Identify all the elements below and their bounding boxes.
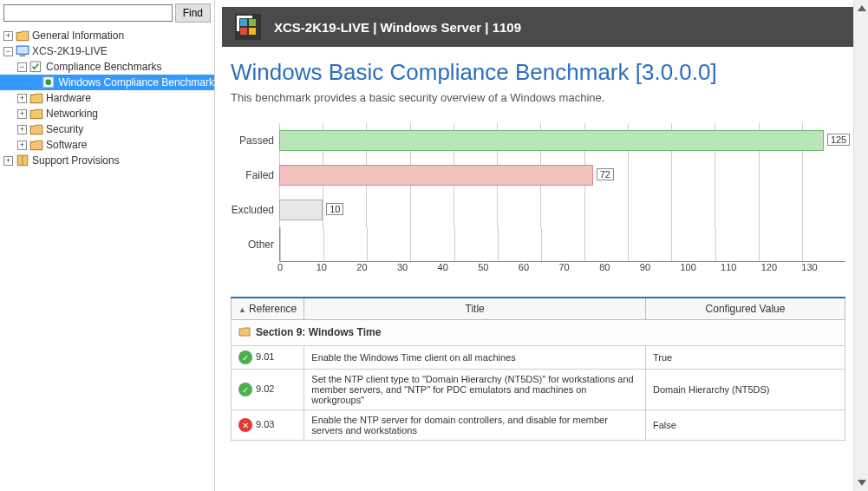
sidebar: Find + General Information − XCS-2K19-LI… [0, 0, 215, 491]
cell-value: Domain Hierarchy (NT5DS) [646, 370, 845, 410]
page-description: This benchmark provides a basic security… [231, 91, 845, 104]
chart-row-other: Other [231, 227, 845, 262]
svg-rect-0 [16, 46, 29, 54]
tree-label: General Information [32, 29, 124, 42]
tree-label: Compliance Benchmarks [46, 61, 161, 73]
folder-icon [29, 139, 43, 151]
chart-tick: 50 [478, 262, 519, 272]
chart-tick: 130 [801, 262, 842, 272]
svg-point-4 [45, 80, 51, 86]
chart-category-label: Excluded [231, 204, 279, 216]
cell-value: True [646, 346, 845, 370]
content-pane: XCS-2K19-LIVE | Windows Server | 1109 Wi… [215, 0, 868, 491]
cell-reference: ✓9.02 [232, 370, 304, 410]
col-reference[interactable]: Reference [232, 298, 304, 320]
table-row[interactable]: ✓9.02Set the NTP client type to "Domain … [232, 370, 845, 410]
svg-rect-8 [240, 19, 247, 26]
svg-rect-13 [237, 16, 252, 18]
chart-plot-area: 10 [279, 193, 845, 227]
chart-value-label: 72 [597, 168, 614, 180]
tree-item-general-information[interactable]: + General Information [0, 28, 214, 43]
cell-title: Set the NTP client type to "Domain Hiera… [304, 370, 646, 410]
chart-tick: 60 [519, 262, 559, 272]
expand-icon[interactable]: + [17, 141, 27, 150]
tree-label: XCS-2K19-LIVE [32, 45, 108, 57]
chart-bar [279, 200, 323, 220]
tree-item-windows-compliance-benchmark[interactable]: Windows Compliance Benchmark [0, 75, 214, 90]
tree-label: Security [46, 123, 83, 135]
chart-plot-area [279, 227, 845, 262]
section-title: Section 9: Windows Time [256, 326, 381, 338]
col-configured-value[interactable]: Configured Value [646, 298, 845, 320]
cell-value: False [646, 410, 845, 441]
expand-icon[interactable]: + [17, 125, 27, 134]
checklist-icon [29, 61, 43, 73]
cell-title: Enable the NTP server for domain control… [304, 410, 646, 441]
chart-tick: 10 [317, 262, 357, 272]
chart-tick: 80 [599, 262, 640, 272]
chart-row-passed: Passed125 [231, 123, 845, 158]
tree-item-software[interactable]: + Software [0, 137, 214, 153]
chart-category-label: Other [231, 239, 279, 251]
chart-category-label: Failed [231, 169, 279, 181]
scroll-down-icon[interactable] [858, 480, 866, 486]
chart-tick: 90 [640, 262, 681, 272]
tree-item-support-provisions[interactable]: + Support Provisions [0, 153, 214, 168]
titlebar-text: XCS-2K19-LIVE | Windows Server | 1109 [274, 20, 521, 35]
chart-category-label: Passed [231, 134, 279, 147]
chart-tick: 40 [438, 262, 479, 272]
status-pass-icon: ✓ [238, 350, 252, 364]
chart-value-label: 125 [827, 134, 850, 146]
status-fail-icon: ✕ [238, 418, 252, 432]
chart-tick: 120 [761, 262, 802, 272]
table-row[interactable]: ✓9.01Enable the Windows Time client on a… [232, 346, 845, 370]
expand-icon[interactable]: + [17, 109, 27, 119]
compliance-table: Reference Title Configured Value Section… [231, 297, 845, 441]
svg-rect-9 [249, 19, 256, 26]
collapse-icon[interactable]: − [3, 47, 13, 56]
chart-tick: 100 [680, 262, 721, 272]
col-title[interactable]: Title [304, 298, 646, 320]
book-icon [16, 154, 29, 167]
tree-label: Support Provisions [32, 154, 120, 167]
expand-icon[interactable]: + [17, 94, 27, 103]
chart-tick: 70 [558, 262, 599, 272]
chart-value-label: 10 [326, 203, 343, 215]
chart-tick: 20 [356, 262, 397, 272]
chart-x-axis: 0102030405060708090100110120130 [279, 262, 845, 272]
table-row[interactable]: ✕9.03Enable the NTP server for domain co… [232, 410, 845, 441]
search-row: Find [0, 0, 214, 26]
main-content: Windows Basic Compliance Benchmark [3.0.… [215, 47, 868, 491]
compliance-chart: Passed125Failed72Excluded10Other 0102030… [231, 123, 845, 272]
nav-tree: + General Information − XCS-2K19-LIVE − … [0, 26, 214, 491]
folder-icon [29, 92, 43, 104]
tree-item-machine[interactable]: − XCS-2K19-LIVE [0, 43, 214, 59]
folder-icon [29, 123, 43, 135]
find-button[interactable]: Find [175, 3, 211, 23]
chart-row-failed: Failed72 [231, 158, 845, 193]
tree-item-security[interactable]: + Security [0, 121, 214, 137]
scroll-up-icon[interactable] [858, 5, 866, 11]
collapse-icon[interactable]: − [17, 62, 27, 72]
chart-tick: 30 [397, 262, 438, 272]
page-title: Windows Basic Compliance Benchmark [3.0.… [231, 59, 845, 86]
machine-icon [16, 45, 29, 57]
table-section-row[interactable]: Section 9: Windows Time [232, 320, 845, 346]
expand-icon[interactable]: + [3, 156, 13, 166]
app-logo-icon [234, 13, 262, 41]
search-input[interactable] [3, 4, 173, 22]
chart-bar [279, 130, 824, 151]
cell-title: Enable the Windows Time client on all ma… [304, 346, 646, 370]
expand-icon[interactable]: + [3, 31, 13, 41]
status-pass-icon: ✓ [238, 383, 252, 396]
tree-item-networking[interactable]: + Networking [0, 106, 214, 121]
tree-item-compliance-benchmarks[interactable]: − Compliance Benchmarks [0, 59, 214, 75]
chart-plot-area: 125 [279, 123, 845, 158]
tree-label: Windows Compliance Benchmark [59, 76, 214, 88]
scrollbar[interactable] [853, 0, 868, 491]
chart-tick: 0 [277, 262, 318, 272]
tree-item-hardware[interactable]: + Hardware [0, 90, 214, 106]
cell-reference: ✓9.01 [232, 346, 304, 370]
svg-rect-10 [240, 28, 247, 35]
folder-icon [238, 326, 252, 339]
